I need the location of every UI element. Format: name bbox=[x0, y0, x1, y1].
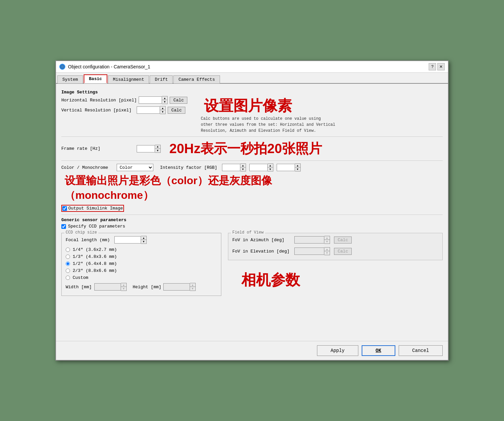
radio-quarter-label: 1/4" (3.6x2.7 mm) bbox=[73, 247, 117, 252]
intensity-b-input[interactable]: 0.11 bbox=[277, 164, 295, 171]
intensity-g-up[interactable]: ▲ bbox=[268, 164, 273, 167]
intensity-g-down[interactable]: ▼ bbox=[268, 167, 273, 171]
radio-half-inch: 1/2" (6.4x4.8 mm) bbox=[66, 261, 217, 266]
radio-quarter-inch: 1/4" (3.6x2.7 mm) bbox=[66, 247, 217, 252]
intensity-g-spinner[interactable]: 0.59 ▲ ▼ bbox=[249, 163, 273, 171]
frame-rate-label: Frame rate [Hz] bbox=[61, 146, 135, 151]
height-input[interactable]: 2.50000 bbox=[163, 283, 190, 291]
fov-group: Field of View FoV in Azimuth [deg] 46.21… bbox=[228, 233, 443, 260]
tab-camera-effects[interactable]: Camera Effects bbox=[173, 75, 220, 83]
v-resolution-up[interactable]: ▲ bbox=[160, 106, 165, 110]
fov-azimuth-label: FoV in Azimuth [deg] bbox=[232, 238, 292, 243]
intensity-r-input[interactable]: 0.30 bbox=[222, 164, 240, 171]
apply-button[interactable]: Apply bbox=[317, 345, 358, 356]
app-icon bbox=[59, 64, 65, 70]
dialog-window: Object configuration - CameraSensor_1 ? … bbox=[55, 60, 449, 361]
intensity-b-up[interactable]: ▲ bbox=[295, 164, 300, 167]
intensity-r-down[interactable]: ▼ bbox=[240, 167, 246, 171]
radio-custom-label: Custom bbox=[73, 275, 88, 280]
radio-custom: Custom bbox=[66, 275, 217, 280]
h-resolution-calc[interactable]: Calc bbox=[170, 97, 187, 104]
ok-button[interactable]: OK bbox=[362, 345, 395, 356]
cancel-button[interactable]: Cancel bbox=[399, 345, 443, 356]
width-up[interactable]: ▲ bbox=[121, 283, 126, 287]
radio-quarter-input[interactable] bbox=[66, 248, 70, 252]
title-bar: Object configuration - CameraSensor_1 ? … bbox=[56, 61, 448, 73]
height-up[interactable]: ▲ bbox=[190, 283, 195, 287]
radio-custom-input[interactable] bbox=[66, 276, 70, 280]
radio-two-thirds: 2/3" (8.8x6.6 mm) bbox=[66, 268, 217, 273]
h-resolution-down[interactable]: ▼ bbox=[162, 100, 167, 104]
fov-elevation-calc[interactable]: Calc bbox=[334, 248, 352, 255]
title-bar-left: Object configuration - CameraSensor_1 bbox=[59, 64, 150, 70]
output-simulink-checkbox[interactable] bbox=[62, 206, 67, 211]
frame-rate-row: Frame rate [Hz] 20 ▲ ▼ 20Hz表示一秒拍20张照片 bbox=[61, 139, 443, 158]
fov-azimuth-down[interactable]: ▼ bbox=[324, 240, 330, 244]
height-spinner[interactable]: 2.50000 ▲ ▼ bbox=[163, 283, 196, 291]
intensity-r-spinner[interactable]: 0.30 ▲ ▼ bbox=[222, 163, 246, 171]
specify-ccd-checkbox[interactable] bbox=[61, 224, 66, 229]
fov-elevation-down[interactable]: ▼ bbox=[324, 251, 330, 255]
fov-azimuth-spinner[interactable]: 46.21265 ▲ ▼ bbox=[294, 236, 330, 244]
fov-azimuth-input[interactable]: 46.21265 bbox=[294, 236, 324, 244]
intensity-r-up[interactable]: ▲ bbox=[240, 164, 246, 167]
width-input[interactable]: 2.50000 bbox=[94, 283, 121, 291]
frame-rate-spinner[interactable]: 20 ▲ ▼ bbox=[137, 145, 161, 153]
tab-misalignment[interactable]: Misalignment bbox=[108, 75, 149, 83]
focal-length-up[interactable]: ▲ bbox=[141, 236, 146, 240]
h-resolution-input[interactable]: 320 bbox=[139, 96, 162, 104]
v-resolution-spin-btns: ▲ ▼ bbox=[160, 106, 166, 114]
tab-drift[interactable]: Drift bbox=[150, 75, 173, 83]
width-height-row: Width [mm] 2.50000 ▲ ▼ Height [mm] 2.500… bbox=[66, 283, 217, 291]
radio-third-input[interactable] bbox=[66, 255, 70, 259]
radio-third-inch: 1/3" (4.8x3.6 mm) bbox=[66, 254, 217, 259]
radio-two-thirds-label: 2/3" (8.8x6.6 mm) bbox=[73, 268, 117, 273]
fov-azimuth-up[interactable]: ▲ bbox=[324, 236, 330, 240]
radio-third-label: 1/3" (4.8x3.6 mm) bbox=[73, 254, 117, 259]
focal-length-input[interactable]: 50000 bbox=[114, 236, 141, 244]
width-down[interactable]: ▼ bbox=[121, 287, 126, 291]
intensity-b-down[interactable]: ▼ bbox=[295, 167, 300, 171]
fov-elevation-up[interactable]: ▲ bbox=[324, 248, 330, 251]
color-select[interactable]: Color Monochrome bbox=[117, 164, 153, 171]
fov-section: Field of View FoV in Azimuth [deg] 46.21… bbox=[228, 231, 443, 298]
frame-rate-down[interactable]: ▼ bbox=[155, 149, 160, 152]
generic-sensor-label: Generic sensor parameters bbox=[61, 218, 443, 223]
focal-length-spinner[interactable]: 50000 ▲ ▼ bbox=[114, 236, 147, 244]
h-resolution-spinner[interactable]: 320 ▲ ▼ bbox=[139, 96, 168, 104]
h-resolution-up[interactable]: ▲ bbox=[162, 96, 167, 100]
v-resolution-input[interactable]: 240 bbox=[137, 106, 160, 114]
fov-elevation-spinner[interactable]: 35.48935 ▲ ▼ bbox=[294, 247, 330, 255]
height-label: Height [mm] bbox=[133, 285, 161, 290]
frame-rate-input[interactable]: 20 bbox=[137, 145, 155, 152]
fov-elevation-row: FoV in Elevation [deg] 35.48935 ▲ ▼ Calc bbox=[232, 247, 438, 255]
tab-bar: System Basic Misalignment Drift Camera E… bbox=[56, 73, 448, 84]
frame-rate-up[interactable]: ▲ bbox=[155, 145, 160, 149]
tab-system[interactable]: System bbox=[57, 75, 83, 83]
window-title: Object configuration - CameraSensor_1 bbox=[68, 64, 150, 69]
intensity-label: Intensity factor [RGB] bbox=[160, 165, 217, 170]
radio-half-input[interactable] bbox=[66, 262, 70, 266]
v-resolution-calc[interactable]: Calc bbox=[168, 107, 185, 114]
intensity-b-spinner[interactable]: 0.11 ▲ ▼ bbox=[277, 163, 301, 171]
height-down[interactable]: ▼ bbox=[190, 287, 195, 291]
focal-length-label: Focal length (mm) bbox=[66, 238, 112, 243]
main-content: Image Settings Horizontal Resolution [pi… bbox=[56, 84, 448, 341]
close-button[interactable]: ✕ bbox=[437, 63, 445, 70]
width-label: Width [mm] bbox=[66, 285, 92, 290]
radio-half-label: 1/2" (6.4x4.8 mm) bbox=[73, 261, 117, 266]
width-spinner[interactable]: 2.50000 ▲ ▼ bbox=[94, 283, 127, 291]
fov-elevation-input[interactable]: 35.48935 bbox=[294, 248, 324, 255]
v-resolution-down[interactable]: ▼ bbox=[160, 110, 165, 114]
intensity-g-input[interactable]: 0.59 bbox=[249, 164, 268, 171]
focal-length-down[interactable]: ▼ bbox=[141, 240, 146, 244]
fov-azimuth-calc[interactable]: Calc bbox=[334, 237, 352, 244]
help-button[interactable]: ? bbox=[429, 63, 436, 70]
ccd-chip-section: CCD chip size Focal length (mm) 50000 ▲ … bbox=[61, 231, 221, 298]
v-resolution-row: Vertical Resolution [pixel] 240 ▲ ▼ Calc bbox=[61, 106, 187, 114]
image-settings-label: Image Settings bbox=[61, 90, 443, 95]
bottom-bar: Apply OK Cancel bbox=[56, 341, 448, 360]
v-resolution-spinner[interactable]: 240 ▲ ▼ bbox=[137, 106, 166, 114]
tab-basic[interactable]: Basic bbox=[84, 74, 107, 83]
radio-two-thirds-input[interactable] bbox=[66, 269, 70, 273]
